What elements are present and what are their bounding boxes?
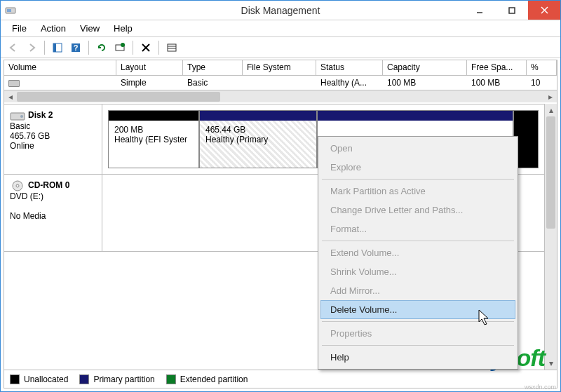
- menu-separator: [322, 345, 514, 346]
- legend-extended-swatch: [166, 374, 176, 384]
- scroll-left-icon[interactable]: ◂: [4, 90, 17, 103]
- vscroll-thumb[interactable]: [546, 116, 555, 229]
- col-layout[interactable]: Layout: [116, 60, 183, 75]
- svg-point-18: [20, 115, 23, 118]
- svg-rect-14: [168, 44, 176, 51]
- menu-action[interactable]: Action: [34, 22, 73, 35]
- disk-icon: [10, 110, 25, 121]
- col-capacity[interactable]: Capacity: [383, 60, 467, 75]
- toolbar: ?: [1, 37, 560, 58]
- rescan-button[interactable]: [111, 39, 128, 56]
- scroll-thumb[interactable]: [17, 92, 220, 102]
- volume-list-header: Volume Layout Type File System Status Ca…: [4, 60, 557, 76]
- menu-item-format: Format...: [320, 219, 515, 238]
- scroll-down-icon[interactable]: ▾: [545, 357, 557, 370]
- svg-rect-7: [53, 43, 56, 52]
- svg-text:?: ?: [74, 43, 79, 52]
- partition-efi[interactable]: 200 MB Healthy (EFI Syster: [108, 110, 199, 168]
- menu-separator: [322, 179, 514, 180]
- refresh-button[interactable]: [93, 39, 110, 56]
- title-bar: Disk Management: [1, 1, 560, 20]
- menu-separator: [322, 241, 514, 241]
- disk-2-info[interactable]: Disk 2 Basic 465.76 GB Online: [4, 104, 102, 174]
- legend-unallocated-swatch: [10, 374, 20, 384]
- menu-item-change-drive-letter-and-paths: Change Drive Letter and Paths...: [320, 201, 515, 219]
- col-filesystem[interactable]: File System: [243, 60, 316, 75]
- col-type[interactable]: Type: [183, 60, 243, 75]
- scroll-right-icon[interactable]: ▸: [544, 90, 557, 103]
- col-volume[interactable]: Volume: [4, 60, 116, 75]
- menu-item-add-mirror: Add Mirror...: [320, 281, 515, 300]
- svg-rect-3: [509, 8, 515, 13]
- list-view-button[interactable]: [163, 39, 180, 56]
- menu-item-open: Open: [320, 139, 515, 158]
- back-button: [5, 39, 22, 56]
- cursor-icon: [478, 309, 492, 327]
- maximize-button[interactable]: [496, 1, 528, 20]
- menu-help[interactable]: Help: [107, 22, 140, 35]
- graphical-vscroll[interactable]: ▴ ▾: [544, 104, 557, 370]
- menu-view[interactable]: View: [73, 22, 107, 35]
- svg-point-11: [121, 43, 125, 47]
- close-button[interactable]: [528, 1, 560, 20]
- menu-file[interactable]: File: [5, 22, 34, 35]
- menu-item-extend-volume: Extend Volume...: [320, 243, 515, 262]
- show-hide-button[interactable]: [49, 39, 66, 56]
- forward-button: [23, 39, 40, 56]
- scroll-up-icon[interactable]: ▴: [545, 104, 557, 116]
- legend-primary-swatch: [79, 374, 89, 384]
- col-status[interactable]: Status: [316, 60, 383, 75]
- disk-management-window: Disk Management File Action View Help ? …: [0, 0, 561, 392]
- minimize-button[interactable]: [464, 1, 496, 20]
- window-title: Disk Management: [241, 5, 320, 16]
- partition-primary-selected[interactable]: 465.44 GB Healthy (Primary: [199, 110, 317, 168]
- help-button[interactable]: ?: [67, 39, 84, 56]
- volume-list-hscroll[interactable]: ◂ ▸: [4, 90, 557, 102]
- delete-icon[interactable]: [137, 39, 154, 56]
- volume-icon: [8, 80, 20, 87]
- menu-bar: File Action View Help: [1, 20, 560, 37]
- cdrom-icon: [10, 180, 25, 191]
- svg-point-20: [16, 184, 19, 187]
- partition-context-menu: OpenExploreMark Partition as ActiveChang…: [318, 136, 518, 370]
- svg-rect-1: [7, 9, 11, 12]
- app-icon: [5, 5, 16, 16]
- col-pct[interactable]: %: [527, 60, 557, 75]
- menu-item-shrink-volume: Shrink Volume...: [320, 262, 515, 281]
- wsx-label: wsxdn.com: [525, 384, 556, 391]
- legend-bar: Unallocated Primary partition Extended p…: [4, 370, 557, 388]
- menu-item-explore: Explore: [320, 158, 515, 177]
- volume-row[interactable]: Simple Basic Healthy (A... 100 MB 100 MB…: [4, 76, 557, 90]
- col-free[interactable]: Free Spa...: [467, 60, 527, 75]
- menu-item-help[interactable]: Help: [320, 348, 515, 367]
- cdrom-info[interactable]: CD-ROM 0 DVD (E:) No Media: [4, 175, 102, 251]
- menu-item-mark-partition-as-active: Mark Partition as Active: [320, 182, 515, 201]
